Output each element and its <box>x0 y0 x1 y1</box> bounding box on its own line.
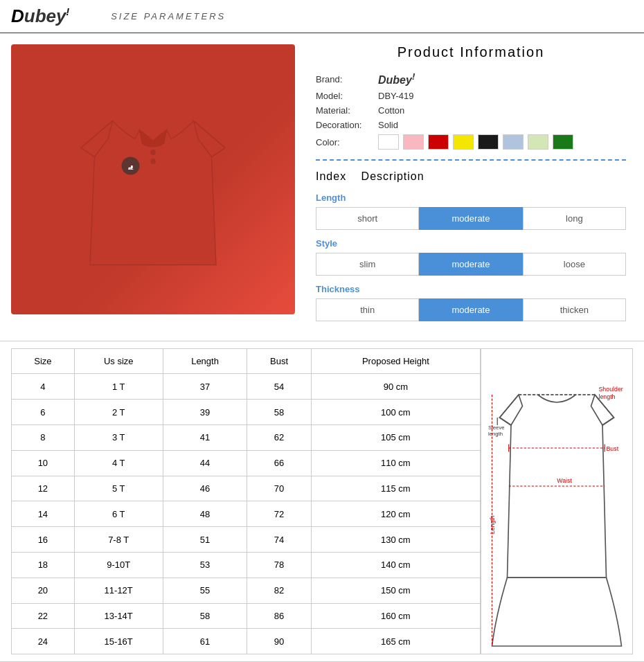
size-section: Size Us size Length Bust Proposed Height… <box>0 341 644 662</box>
swatch-yellow[interactable] <box>453 134 474 150</box>
table-cell: 4 T <box>74 450 163 476</box>
table-cell: 58 <box>163 603 247 629</box>
col-proposed-height: Proposed Height <box>311 349 480 374</box>
table-cell: 150 cm <box>311 578 480 603</box>
table-row: 167-8 T5174130 cm <box>12 527 481 553</box>
table-cell: 8 <box>12 424 75 450</box>
thickness-moderate[interactable]: moderate <box>419 298 522 321</box>
length-moderate[interactable]: moderate <box>419 207 522 230</box>
table-cell: 6 <box>12 400 75 425</box>
table-row: 2213-14T5886160 cm <box>12 603 481 629</box>
svg-point-2 <box>150 150 156 155</box>
header-subtitle: SIZE PARAMETERS <box>111 11 226 21</box>
table-cell: 72 <box>247 501 311 527</box>
table-cell: 66 <box>247 450 311 476</box>
value-brand: Dubey! <box>378 71 415 87</box>
style-slim[interactable]: slim <box>316 253 419 276</box>
table-cell: 16 <box>12 527 75 553</box>
table-row: 146 T4872120 cm <box>12 501 481 527</box>
label-model: Model: <box>316 91 378 101</box>
col-us-size: Us size <box>74 349 163 374</box>
table-row: 125 T4670115 cm <box>12 476 481 501</box>
table-cell: 6 T <box>74 501 163 527</box>
info-row-material: Material: Cotton <box>316 105 626 116</box>
table-row: 104 T4466110 cm <box>12 450 481 476</box>
swatch-lightgreen[interactable] <box>528 134 548 150</box>
table-cell: 165 cm <box>311 629 480 654</box>
value-decoration: Solid <box>378 120 398 130</box>
thickness-thicken[interactable]: thicken <box>523 298 626 321</box>
table-cell: 55 <box>163 578 247 603</box>
swatch-red[interactable] <box>428 134 449 150</box>
table-cell: 46 <box>163 476 247 501</box>
table-cell: 54 <box>247 374 311 400</box>
swatch-black[interactable] <box>478 134 499 150</box>
svg-text:Length: Length <box>489 516 496 535</box>
length-buttons: short moderate long <box>316 207 626 230</box>
swatch-pink[interactable] <box>403 134 424 150</box>
label-brand: Brand: <box>316 74 378 84</box>
table-cell: 5 T <box>74 476 163 501</box>
col-size: Size <box>12 349 75 374</box>
swatch-white[interactable] <box>378 134 399 150</box>
table-cell: 62 <box>247 424 311 450</box>
value-model: DBY-419 <box>378 91 414 101</box>
swatch-green[interactable] <box>553 134 573 150</box>
col-length: Length <box>163 349 247 374</box>
label-color: Color: <box>316 137 378 147</box>
table-row: 2011-12T5582150 cm <box>12 578 481 603</box>
table-cell: 24 <box>12 629 75 654</box>
table-cell: 15-16T <box>74 629 163 654</box>
svg-text:⛸: ⛸ <box>127 163 134 171</box>
table-cell: 61 <box>163 629 247 654</box>
table-cell: 130 cm <box>311 527 480 553</box>
length-long[interactable]: long <box>523 207 626 230</box>
table-cell: 48 <box>163 501 247 527</box>
length-short[interactable]: short <box>316 207 419 230</box>
table-cell: 39 <box>163 400 247 425</box>
svg-text:length: length <box>599 393 616 400</box>
color-swatches <box>378 134 573 150</box>
table-cell: 53 <box>163 553 247 578</box>
table-cell: 41 <box>163 424 247 450</box>
table-cell: 90 <box>247 629 311 654</box>
table-cell: 74 <box>247 527 311 553</box>
info-row-brand: Brand: Dubey! <box>316 71 626 87</box>
table-row: 83 T4162105 cm <box>12 424 481 450</box>
table-cell: 58 <box>247 400 311 425</box>
index-label: Index <box>316 170 346 182</box>
svg-text:Sleeve: Sleeve <box>488 424 505 431</box>
svg-text:Waist: Waist <box>557 477 572 484</box>
product-info: Product Information Brand: Dubey! Model:… <box>309 44 633 330</box>
info-row-model: Model: DBY-419 <box>316 91 626 101</box>
table-cell: 10 <box>12 450 75 476</box>
table-cell: 18 <box>12 553 75 578</box>
table-cell: 14 <box>12 501 75 527</box>
style-moderate[interactable]: moderate <box>419 253 522 276</box>
table-row: 2415-16T6190165 cm <box>12 629 481 654</box>
shirt-svg: ⛸ <box>63 75 243 283</box>
swatch-lightblue[interactable] <box>503 134 524 150</box>
table-cell: 70 <box>247 476 311 501</box>
divider <box>316 159 626 161</box>
table-cell: 20 <box>12 578 75 603</box>
table-cell: 100 cm <box>311 400 480 425</box>
table-row: 62 T3958100 cm <box>12 400 481 425</box>
thickness-thin[interactable]: thin <box>316 298 419 321</box>
table-cell: 140 cm <box>311 553 480 578</box>
length-label: Length <box>316 193 626 203</box>
size-chart-diagram: Shoulder length Bust Waist <box>481 348 633 654</box>
chart-svg: Shoulder length Bust Waist <box>488 349 626 654</box>
table-row: 41 T375490 cm <box>12 374 481 400</box>
svg-point-3 <box>150 159 156 164</box>
style-label: Style <box>316 238 626 249</box>
style-loose[interactable]: loose <box>523 253 626 276</box>
label-material: Material: <box>316 105 378 116</box>
table-cell: 37 <box>163 374 247 400</box>
table-row: 189-10T5378140 cm <box>12 553 481 578</box>
col-bust: Bust <box>247 349 311 374</box>
table-cell: 22 <box>12 603 75 629</box>
table-cell: 9-10T <box>74 553 163 578</box>
table-cell: 13-14T <box>74 603 163 629</box>
desc-label: Description <box>361 170 424 182</box>
